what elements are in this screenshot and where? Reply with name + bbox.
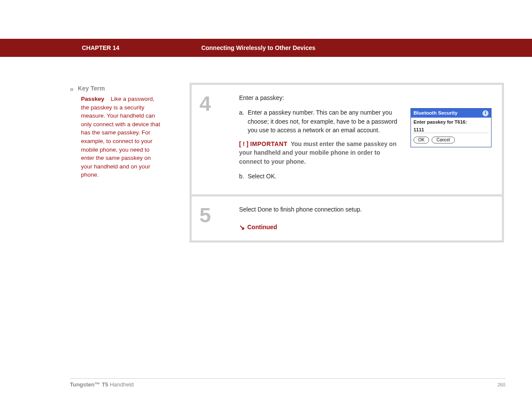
page-number: 260 [498, 382, 505, 387]
key-term-name: Passkey [81, 96, 104, 102]
header-bar: CHAPTER 14 Connecting Wirelessly to Othe… [0, 39, 532, 57]
key-term-label: Key Term [78, 85, 105, 92]
dialog-prompt: Enter passkey for T616: [414, 119, 488, 125]
step-number: 5 [196, 205, 239, 231]
continued-indicator: ↘Continued [239, 222, 492, 232]
step-5: 5 Select Done to finish phone connection… [192, 196, 502, 240]
dialog-titlebar: Bluetooth Security i [411, 109, 491, 118]
step-text: Select Done to finish phone connection s… [239, 205, 492, 214]
chevrons-icon: » [70, 85, 74, 93]
substep-letter: a. [239, 108, 248, 134]
chapter-label: CHAPTER 14 [82, 44, 119, 51]
substep-letter: b. [239, 172, 248, 181]
important-bracket: [ ! ] [239, 140, 249, 147]
step-4: 4 Enter a passkey: a. Enter a passkey nu… [192, 85, 502, 194]
substep-text: Select OK. [248, 172, 402, 181]
key-term-body: Like a password, the passkey is a securi… [81, 96, 160, 178]
chapter-title: Connecting Wirelessly to Other Devices [201, 44, 315, 51]
ok-button[interactable]: OK [414, 137, 429, 143]
product-name: Tungsten™ T5 Handheld [70, 381, 134, 388]
cancel-button[interactable]: Cancel [432, 137, 454, 143]
substep-a: a. Enter a passkey number. This can be a… [239, 108, 402, 134]
important-label: IMPORTANT [250, 140, 288, 147]
important-note: [ ! ] IMPORTANT You must enter the same … [239, 140, 402, 166]
info-icon[interactable]: i [482, 110, 488, 116]
page-footer: Tungsten™ T5 Handheld 260 [70, 378, 505, 388]
continued-label: Continued [247, 224, 277, 230]
steps-container: 4 Enter a passkey: a. Enter a passkey nu… [190, 83, 504, 243]
dialog-title: Bluetooth Security [414, 109, 457, 117]
step-lead: Enter a passkey: [239, 93, 492, 102]
substep-text: Enter a passkey number. This can be any … [248, 108, 402, 134]
passkey-input[interactable] [414, 127, 488, 133]
substep-b: b. Select OK. [239, 172, 402, 181]
continued-arrow-icon: ↘ [239, 222, 245, 232]
key-term-sidebar: » Key Term Passkey Like a password, the … [70, 84, 160, 179]
bluetooth-security-dialog: Bluetooth Security i Enter passkey for T… [411, 108, 492, 147]
step-number: 4 [196, 93, 239, 186]
